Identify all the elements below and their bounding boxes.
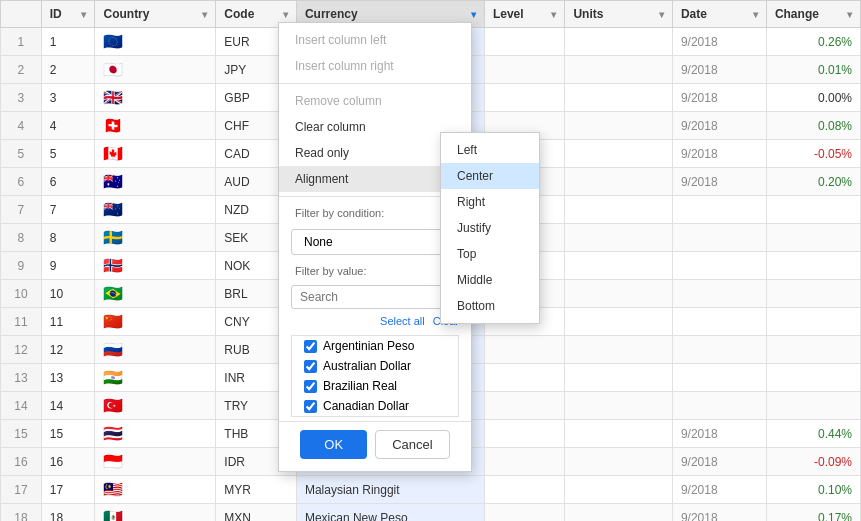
align-center-item[interactable]: Center [441, 163, 539, 189]
date-cell: 9/2018 [672, 168, 766, 196]
change-cell: -0.09% [766, 448, 860, 476]
checkbox-canadian-dollar[interactable] [304, 400, 317, 413]
level-cell [484, 336, 565, 364]
country-sort-icon[interactable]: ▾ [202, 9, 207, 20]
change-sort-icon[interactable]: ▾ [847, 9, 852, 20]
id-cell: 17 [41, 476, 95, 504]
currency-cell: Malaysian Ringgit [296, 476, 484, 504]
row-num-cell: 12 [1, 336, 42, 364]
change-header[interactable]: Change ▾ [766, 1, 860, 28]
row-num-cell: 18 [1, 504, 42, 522]
align-justify-item[interactable]: Justify [441, 215, 539, 241]
align-top-item[interactable]: Top [441, 241, 539, 267]
level-cell [484, 84, 565, 112]
country-cell: 🇹🇭 [95, 420, 216, 448]
select-all-link[interactable]: Select all [380, 315, 425, 327]
level-sort-icon[interactable]: ▾ [551, 9, 556, 20]
country-cell: 🇮🇳 [95, 364, 216, 392]
country-header[interactable]: Country ▾ [95, 1, 216, 28]
country-cell: 🇨🇦 [95, 140, 216, 168]
level-cell [484, 392, 565, 420]
id-cell: 3 [41, 84, 95, 112]
units-cell [565, 308, 672, 336]
level-header[interactable]: Level ▾ [484, 1, 565, 28]
menu-separator-1 [279, 83, 471, 84]
country-cell: 🇳🇿 [95, 196, 216, 224]
alignment-submenu: Left Center Right Justify Top Middle Bot… [440, 132, 540, 324]
id-header[interactable]: ID ▾ [41, 1, 95, 28]
id-cell: 18 [41, 504, 95, 522]
filter-search-input[interactable] [291, 285, 459, 309]
country-cell: 🇪🇺 [95, 28, 216, 56]
ok-button[interactable]: OK [300, 430, 367, 459]
level-cell [484, 56, 565, 84]
date-cell: 9/2018 [672, 112, 766, 140]
cancel-button[interactable]: Cancel [375, 430, 449, 459]
units-cell [565, 224, 672, 252]
row-num-cell: 8 [1, 224, 42, 252]
checkbox-row-4: Canadian Dollar [292, 396, 458, 416]
change-cell: 0.20% [766, 168, 860, 196]
id-cell: 8 [41, 224, 95, 252]
level-cell [484, 364, 565, 392]
change-cell [766, 364, 860, 392]
currency-filter-icon[interactable]: ▾ [471, 9, 476, 20]
change-cell: 0.17% [766, 504, 860, 522]
units-cell [565, 504, 672, 522]
code-sort-icon[interactable]: ▾ [283, 9, 288, 20]
country-cell: 🇬🇧 [95, 84, 216, 112]
insert-column-left-item[interactable]: Insert column left [279, 27, 471, 53]
code-cell: MXN [216, 504, 297, 522]
level-cell [484, 476, 565, 504]
row-num-cell: 14 [1, 392, 42, 420]
units-cell [565, 112, 672, 140]
date-cell [672, 280, 766, 308]
id-cell: 16 [41, 448, 95, 476]
id-cell: 15 [41, 420, 95, 448]
row-num-cell: 3 [1, 84, 42, 112]
id-cell: 7 [41, 196, 95, 224]
checkbox-australian-dollar[interactable] [304, 360, 317, 373]
date-cell: 9/2018 [672, 140, 766, 168]
align-left-item[interactable]: Left [441, 137, 539, 163]
change-cell: 0.00% [766, 84, 860, 112]
align-middle-item[interactable]: Middle [441, 267, 539, 293]
level-cell [484, 448, 565, 476]
checkbox-row-1: Argentinian Peso [292, 336, 458, 356]
remove-column-item[interactable]: Remove column [279, 88, 471, 114]
units-sort-icon[interactable]: ▾ [659, 9, 664, 20]
filter-checkbox-list: Argentinian Peso Australian Dollar Brazi… [291, 335, 459, 417]
insert-column-right-item[interactable]: Insert column right [279, 53, 471, 79]
align-right-item[interactable]: Right [441, 189, 539, 215]
change-cell [766, 196, 860, 224]
checkbox-brazilian-real[interactable] [304, 380, 317, 393]
row-num-header [1, 1, 42, 28]
date-cell: 9/2018 [672, 84, 766, 112]
units-cell [565, 140, 672, 168]
checkbox-row-2: Australian Dollar [292, 356, 458, 376]
level-cell [484, 504, 565, 522]
units-header[interactable]: Units ▾ [565, 1, 672, 28]
id-cell: 13 [41, 364, 95, 392]
country-cell: 🇲🇽 [95, 504, 216, 522]
change-cell: 0.44% [766, 420, 860, 448]
date-cell: 9/2018 [672, 420, 766, 448]
currency-cell: Mexican New Peso [296, 504, 484, 522]
id-cell: 10 [41, 280, 95, 308]
country-cell: 🇧🇷 [95, 280, 216, 308]
date-cell: 9/2018 [672, 56, 766, 84]
date-cell [672, 252, 766, 280]
filter-condition-select[interactable]: None [291, 229, 459, 255]
change-cell [766, 392, 860, 420]
units-cell [565, 252, 672, 280]
units-cell [565, 56, 672, 84]
country-cell: 🇳🇴 [95, 252, 216, 280]
align-bottom-item[interactable]: Bottom [441, 293, 539, 319]
date-header[interactable]: Date ▾ [672, 1, 766, 28]
units-cell [565, 168, 672, 196]
units-cell [565, 392, 672, 420]
id-cell: 2 [41, 56, 95, 84]
checkbox-argentinian-peso[interactable] [304, 340, 317, 353]
id-sort-icon[interactable]: ▾ [81, 9, 86, 20]
date-sort-icon[interactable]: ▾ [753, 9, 758, 20]
